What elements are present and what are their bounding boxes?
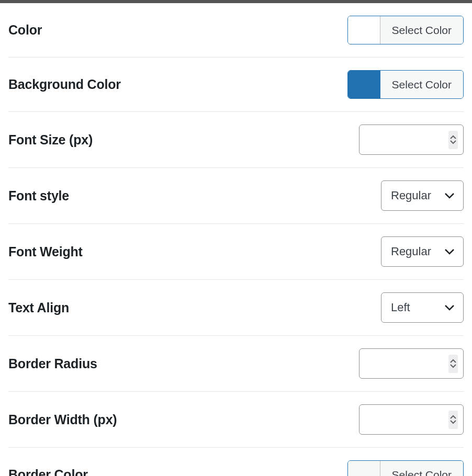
- background-color-picker[interactable]: Select Color: [347, 70, 464, 99]
- label-font-style: Font style: [8, 188, 69, 203]
- label-font-weight: Font Weight: [8, 244, 83, 259]
- border-color-picker[interactable]: Select Color: [347, 460, 464, 476]
- font-weight-select[interactable]: Regular: [381, 236, 464, 267]
- color-swatch: [348, 16, 380, 44]
- font-size-field[interactable]: [359, 125, 448, 154]
- row-font-style: Font style Regular: [8, 168, 464, 224]
- row-text-align: Text Align Left: [8, 280, 464, 336]
- select-color-button-label: Select Color: [380, 461, 463, 476]
- stepper-icon[interactable]: [448, 131, 458, 149]
- stepper-icon[interactable]: [448, 355, 458, 373]
- label-border-color: Border Color: [8, 467, 88, 476]
- border-width-input[interactable]: [359, 404, 464, 435]
- background-color-swatch: [348, 71, 380, 98]
- label-text-align: Text Align: [8, 300, 69, 315]
- row-font-weight: Font Weight Regular: [8, 224, 464, 280]
- label-border-radius: Border Radius: [8, 356, 97, 371]
- border-width-field[interactable]: [359, 405, 448, 434]
- color-picker[interactable]: Select Color: [347, 16, 464, 44]
- border-color-swatch: [348, 461, 380, 476]
- border-radius-input[interactable]: [359, 348, 464, 379]
- chevron-down-icon: [444, 192, 455, 199]
- font-style-select[interactable]: Regular: [381, 180, 464, 211]
- chevron-down-icon: [444, 304, 455, 311]
- style-settings-panel: Color Select Color Background Color Sele…: [0, 0, 472, 476]
- border-radius-field[interactable]: [359, 349, 448, 378]
- font-style-value: Regular: [391, 189, 441, 202]
- label-border-width: Border Width (px): [8, 412, 117, 427]
- label-font-size: Font Size (px): [8, 132, 93, 148]
- chevron-down-icon: [444, 248, 455, 255]
- stepper-icon[interactable]: [448, 411, 458, 429]
- font-size-input[interactable]: [359, 124, 464, 155]
- row-border-radius: Border Radius: [8, 336, 464, 392]
- label-color: Color: [8, 22, 42, 38]
- row-font-size: Font Size (px): [8, 112, 464, 168]
- row-border-color: Border Color Select Color: [8, 448, 464, 476]
- row-border-width: Border Width (px): [8, 392, 464, 448]
- row-background-color: Background Color Select Color: [8, 58, 464, 112]
- label-background-color: Background Color: [8, 77, 121, 92]
- font-weight-value: Regular: [391, 245, 441, 258]
- select-color-button-label: Select Color: [380, 16, 463, 44]
- select-color-button-label: Select Color: [380, 71, 463, 98]
- row-color: Color Select Color: [8, 3, 464, 58]
- text-align-value: Left: [391, 301, 435, 314]
- text-align-select[interactable]: Left: [381, 292, 464, 323]
